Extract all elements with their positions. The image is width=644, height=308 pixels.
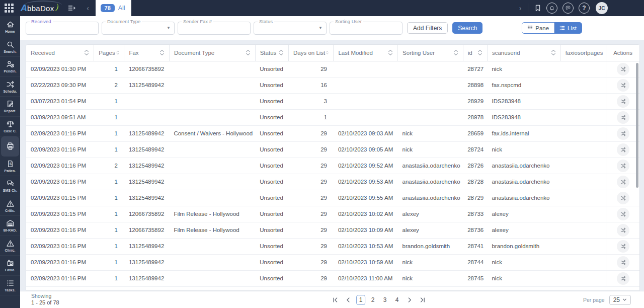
sidebar-collapse-icon[interactable]: [67, 4, 76, 12]
next-page-icon[interactable]: [405, 295, 415, 305]
sidebar-item-printer[interactable]: [1, 136, 19, 157]
sidebar-item-report[interactable]: Report.: [0, 97, 20, 117]
tab-scroll-left-icon[interactable]: ‹: [84, 4, 93, 12]
first-page-icon[interactable]: [330, 295, 340, 305]
per-page-select[interactable]: 25: [609, 295, 631, 305]
table-row[interactable]: 02/09/2023 01:16 PM113125489942Unsorted2…: [26, 174, 639, 190]
column-header-document-type[interactable]: Document Type: [169, 45, 255, 61]
table-row[interactable]: 02/09/2023 01:16 PM113125489942Unsorted2…: [26, 238, 639, 254]
user-avatar[interactable]: JC: [596, 2, 608, 14]
table-row[interactable]: 02/09/2023 01:15 PM113125489942Unsorted2…: [26, 190, 639, 206]
bookmark-icon[interactable]: [534, 4, 541, 12]
table-row[interactable]: 03/07/2023 01:54 PM1Unsorted328929IDS283…: [26, 93, 639, 109]
list-view-button[interactable]: List: [554, 23, 582, 33]
filter-field-received[interactable]: Received: [26, 22, 99, 35]
chat-messages-icon[interactable]: [562, 3, 574, 14]
shuffle-icon: [620, 179, 626, 185]
report-icon: [6, 100, 15, 108]
row-sort-action-button[interactable]: [617, 63, 629, 75]
column-header-days-on-list[interactable]: Days on List: [289, 45, 334, 61]
sidebar-item-home[interactable]: Home: [0, 17, 20, 37]
column-header-received[interactable]: Received: [26, 45, 94, 61]
sidebar-item-label: Tasks.: [5, 288, 15, 292]
sidebar-item-search[interactable]: Search.: [0, 37, 20, 57]
sidebar-nav: HomeSearch.Pendin.Schedu.Report.Case C.$…: [0, 16, 20, 308]
row-sort-action-button[interactable]: [617, 272, 629, 285]
table-row[interactable]: 02/09/2023 01:30 PM112066735892Unsorted2…: [26, 61, 639, 77]
column-header-status[interactable]: Status: [255, 45, 288, 61]
table-row[interactable]: 02/09/2023 01:16 PM213125489942Unsorted2…: [26, 158, 639, 174]
sidebar-item-clinic[interactable]: Clinic.: [0, 236, 20, 256]
sidebar-item-birad[interactable]: BI-RAD.: [0, 216, 20, 236]
table-row[interactable]: 02/09/2023 01:16 PM113125489942Consent /…: [26, 125, 639, 141]
table-row[interactable]: 02/09/2023 01:15 PM112066735892Film Rele…: [26, 206, 639, 222]
tasks-icon: [6, 279, 15, 287]
table-row[interactable]: 02/09/2023 01:16 PM113125489942Unsorted2…: [26, 254, 639, 270]
user-clock-icon: [6, 60, 15, 68]
prev-page-icon[interactable]: [343, 295, 353, 305]
pane-view-button[interactable]: Pane: [522, 23, 554, 33]
row-sort-action-button[interactable]: [617, 256, 629, 269]
row-sort-action-button[interactable]: [617, 160, 629, 172]
topbar-divider: [528, 4, 528, 13]
sort-icon: [477, 49, 482, 56]
row-sort-action-button[interactable]: [617, 95, 629, 108]
sort-icon: [388, 49, 393, 56]
sidebar-item-critic[interactable]: Critic.: [0, 196, 20, 216]
apps-grid-icon[interactable]: [5, 4, 14, 13]
sidebar-item-patien[interactable]: $Patien.: [0, 157, 20, 177]
column-header-last-modified[interactable]: Last Modified: [334, 45, 398, 61]
help-icon[interactable]: ?: [579, 3, 590, 14]
last-page-icon[interactable]: [418, 295, 428, 305]
table-row[interactable]: 02/09/2023 01:16 PM112066735892Film Rele…: [26, 222, 639, 238]
column-header-scanuserid[interactable]: scanuserid: [487, 45, 560, 61]
row-sort-action-button[interactable]: [617, 224, 629, 237]
page-number-1[interactable]: 1: [356, 295, 365, 305]
add-filters-button[interactable]: Add Filters: [407, 22, 448, 34]
table-row[interactable]: 02/09/2023 01:16 PM113125489942Unsorted2…: [26, 141, 639, 158]
sidebar-item-schedu[interactable]: Schedu.: [0, 77, 20, 97]
column-header-pages[interactable]: Pages: [94, 45, 124, 61]
column-header-sorting-user[interactable]: Sorting User: [398, 45, 463, 61]
filter-field-document-type[interactable]: Document Type▼: [102, 22, 175, 35]
garage-icon: [6, 219, 15, 227]
warning-icon: [6, 239, 15, 248]
sidebar-item-tasks[interactable]: Tasks.: [0, 276, 20, 296]
pane-icon: [527, 25, 533, 31]
tab-all[interactable]: 78 All: [96, 0, 131, 16]
column-header-id[interactable]: id: [463, 45, 487, 61]
printer-icon: [6, 141, 15, 151]
sidebar-item-pendin[interactable]: Pendin.: [0, 57, 20, 77]
sidebar-item-label: Case C.: [4, 129, 17, 133]
row-sort-action-button[interactable]: [617, 111, 629, 124]
page-number-2[interactable]: 2: [368, 295, 377, 305]
vertical-scrollbar-thumb[interactable]: [636, 63, 638, 188]
column-header-fax[interactable]: Fax: [124, 45, 169, 61]
sidebar-item-smsch[interactable]: SMS Ch.: [0, 176, 20, 196]
row-sort-action-button[interactable]: [617, 192, 629, 204]
showing-label: Showing: [31, 293, 59, 299]
row-sort-action-button[interactable]: [617, 79, 629, 92]
search-button[interactable]: Search: [452, 22, 482, 34]
row-sort-action-button[interactable]: [617, 176, 629, 188]
table-row[interactable]: 03/09/2023 09:51 AM1Unsorted128978IDS283…: [26, 109, 639, 125]
page-number-4[interactable]: 4: [392, 295, 401, 305]
row-sort-action-button[interactable]: [617, 143, 629, 156]
sidebar-item-faxio[interactable]: Faxio.: [0, 256, 20, 276]
sidebar-item-casec[interactable]: Case C.: [0, 117, 20, 137]
notifications-bell-icon[interactable]: [546, 3, 557, 14]
row-sort-action-button[interactable]: [617, 240, 629, 253]
filter-field-sorting-user[interactable]: Sorting User: [330, 22, 403, 35]
row-sort-action-button[interactable]: [617, 127, 629, 140]
warning-icon: [6, 199, 15, 208]
table-row[interactable]: 02/09/2023 01:16 PM113125489942Unsorted2…: [26, 270, 639, 286]
filter-label: Sender Fax #: [182, 19, 213, 24]
table-row[interactable]: 02/22/2023 09:30 PM213125489942Unsorted1…: [26, 77, 639, 93]
filter-field-sender-fax-[interactable]: Sender Fax #: [178, 22, 251, 35]
row-sort-action-button[interactable]: [617, 208, 629, 220]
tab-count-badge: 78: [101, 4, 115, 12]
column-header-faxiosortpages[interactable]: faxiosortpages: [560, 45, 606, 61]
filter-field-status[interactable]: Status▼: [254, 22, 327, 35]
tab-scroll-right-icon[interactable]: ›: [516, 4, 525, 12]
page-number-3[interactable]: 3: [380, 295, 389, 305]
